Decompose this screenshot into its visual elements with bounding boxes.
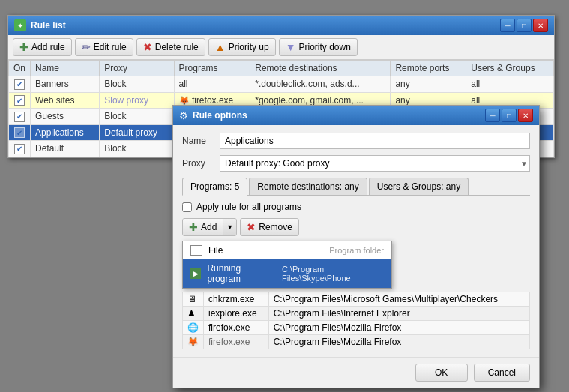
checkbox-icon: ✔ xyxy=(14,112,25,122)
col-remote-dest: Remote destinations xyxy=(250,61,391,76)
row-remote-ports: any xyxy=(391,76,466,93)
prog-folder-cell: C:\Program Files\Mozilla Firefox xyxy=(268,335,529,349)
apply-for-all-checkbox[interactable] xyxy=(182,202,192,212)
add-dropdown-menu: File Program folder ▶ Running program C:… xyxy=(182,241,392,289)
proxy-label: Proxy xyxy=(182,158,220,169)
col-users: Users & Groups xyxy=(466,61,554,76)
row-checkbox[interactable]: ✔ xyxy=(9,141,31,157)
row-name: Banners xyxy=(31,76,100,93)
running-program-folder: C:\Program Files\Skype\Phone xyxy=(282,265,384,283)
row-name: Default xyxy=(31,141,100,157)
tabs-bar: Programs: 5 Remote destinations: any Use… xyxy=(182,178,530,196)
prog-icon-cell: ♟ xyxy=(183,307,204,321)
priority-up-button[interactable]: ▲ Priority up xyxy=(208,38,276,56)
program-row[interactable]: ♟ iexplore.exe C:\Program Files\Internet… xyxy=(183,307,530,321)
edit-rule-button[interactable]: ✏ Edit rule xyxy=(75,38,133,56)
priority-up-icon: ▲ xyxy=(215,41,226,53)
row-name: Web sites xyxy=(31,92,100,109)
remove-button[interactable]: ✖ Remove xyxy=(240,218,299,236)
chkrzm-icon: ♟ xyxy=(187,308,196,319)
main-title-buttons: ─ □ ✕ xyxy=(500,19,548,32)
table-row[interactable]: ✔ Banners Block all *.doubleclick.com, a… xyxy=(9,76,554,93)
program-table: 🖥 chkrzm.exe C:\Program Files\Microsoft … xyxy=(182,292,530,349)
proxy-row: Proxy ▼ xyxy=(182,155,530,172)
minimize-button[interactable]: ─ xyxy=(500,19,515,32)
dialog-title-bar: ⚙ Rule options ─ □ ✕ xyxy=(173,106,539,125)
dialog-title-buttons: ─ □ ✕ xyxy=(485,109,533,122)
prog-name-cell: firefox.exe xyxy=(204,321,269,335)
delete-icon: ✖ xyxy=(143,41,152,53)
program-folder-header: Program folder xyxy=(329,246,384,255)
delete-rule-button[interactable]: ✖ Delete rule xyxy=(136,38,205,56)
tab-users-groups[interactable]: Users & Groups: any xyxy=(369,178,469,195)
maximize-button[interactable]: □ xyxy=(517,19,532,32)
prog-name-cell: chkrzm.exe xyxy=(204,292,269,307)
priority-down-button[interactable]: ▼ Priority down xyxy=(279,38,358,56)
proxy-select-wrapper: ▼ xyxy=(220,155,530,172)
name-label: Name xyxy=(182,136,220,146)
proxy-select[interactable] xyxy=(220,155,530,172)
dropdown-item-running-program[interactable]: ▶ Running program C:\Program Files\Skype… xyxy=(183,259,391,288)
firefox-icon: 🦊 xyxy=(187,337,199,347)
add-main-button[interactable]: ✚ Add xyxy=(183,219,223,235)
dialog-close-button[interactable]: ✕ xyxy=(518,109,533,122)
row-proxy: Block xyxy=(100,76,174,93)
prog-icon-cell: 🦊 xyxy=(183,335,204,349)
remove-icon: ✖ xyxy=(247,221,256,233)
row-checkbox[interactable]: ✔ xyxy=(9,124,31,141)
row-programs: all xyxy=(174,76,250,93)
checkbox-icon: ✔ xyxy=(14,127,25,138)
close-button[interactable]: ✕ xyxy=(533,19,548,32)
rule-options-dialog: ⚙ Rule options ─ □ ✕ Name Proxy ▼ Progra… xyxy=(172,105,540,388)
add-button-icon: ✚ xyxy=(189,221,198,233)
mstsc-icon: 🖥 xyxy=(187,294,196,304)
add-remove-bar: ✚ Add ▼ ✖ Remove xyxy=(182,218,530,236)
prog-name-cell: firefox.exe xyxy=(204,335,269,349)
edit-icon: ✏ xyxy=(82,41,91,53)
dropdown-item-file[interactable]: File Program folder xyxy=(183,241,391,259)
apply-for-all-row: Apply rule for all programs xyxy=(182,202,530,212)
checkbox-icon: ✔ xyxy=(14,144,25,154)
ok-button[interactable]: OK xyxy=(415,364,468,382)
row-checkbox[interactable]: ✔ xyxy=(9,76,31,93)
dialog-maximize-button[interactable]: □ xyxy=(502,109,517,122)
prog-folder-cell: C:\Program Files\Microsoft Games\Multipl… xyxy=(268,292,529,307)
running-program-icon: ▶ xyxy=(190,268,201,279)
row-users: all xyxy=(466,76,554,93)
title-bar-left: ✦ Rule list xyxy=(14,19,66,31)
main-title-text: Rule list xyxy=(31,20,66,31)
col-name: Name xyxy=(31,61,100,76)
tab-programs[interactable]: Programs: 5 xyxy=(182,178,247,196)
name-input[interactable] xyxy=(220,133,530,149)
program-row[interactable]: 🌐 firefox.exe C:\Program Files\Mozilla F… xyxy=(183,321,530,335)
row-proxy: Block xyxy=(100,109,174,125)
add-dropdown-arrow[interactable]: ▼ xyxy=(223,219,236,235)
add-icon: ✚ xyxy=(19,41,28,53)
program-row[interactable]: 🖥 chkrzm.exe C:\Program Files\Microsoft … xyxy=(183,292,530,307)
row-checkbox[interactable]: ✔ xyxy=(9,92,31,109)
main-title-bar: ✦ Rule list ─ □ ✕ xyxy=(8,16,554,35)
row-proxy: Block xyxy=(100,141,174,157)
row-name: Applications xyxy=(31,124,100,141)
col-on: On xyxy=(9,61,31,76)
priority-down-icon: ▼ xyxy=(286,41,296,53)
toolbar: ✚ Add rule ✏ Edit rule ✖ Delete rule ▲ P… xyxy=(8,35,554,60)
row-checkbox[interactable]: ✔ xyxy=(9,109,31,125)
iexplore-icon: 🌐 xyxy=(187,322,199,333)
tab-remote-dest[interactable]: Remote destinations: any xyxy=(249,178,367,195)
col-proxy: Proxy xyxy=(100,61,174,76)
program-row[interactable]: 🦊 firefox.exe C:\Program Files\Mozilla F… xyxy=(183,335,530,349)
add-rule-button[interactable]: ✚ Add rule xyxy=(13,38,72,56)
row-proxy: Slow proxy xyxy=(100,92,174,109)
dialog-content: Name Proxy ▼ Programs: 5 Remote destinat… xyxy=(173,125,539,357)
dialog-title-text: Rule options xyxy=(193,110,247,121)
checkbox-icon: ✔ xyxy=(14,79,25,90)
main-window-icon: ✦ xyxy=(14,19,26,31)
prog-icon-cell: 🌐 xyxy=(183,321,204,335)
row-proxy: Default proxy xyxy=(100,124,174,141)
cancel-button[interactable]: Cancel xyxy=(474,364,530,382)
dialog-minimize-button[interactable]: ─ xyxy=(485,109,500,122)
row-remote-dest: *.doubleclick.com, ads.d... xyxy=(250,76,391,93)
dialog-title-left: ⚙ Rule options xyxy=(179,110,247,121)
add-button-group: ✚ Add ▼ xyxy=(182,218,237,236)
